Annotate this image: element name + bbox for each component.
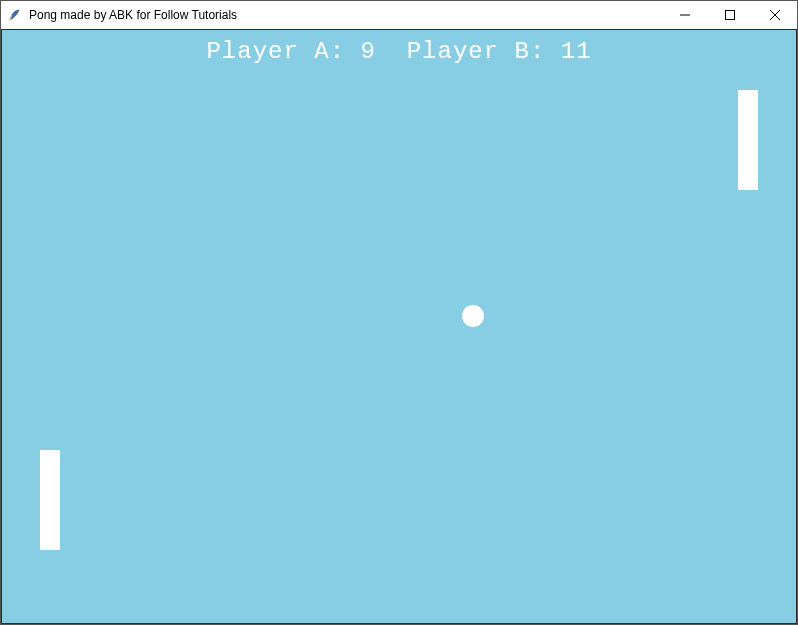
svg-rect-1 <box>725 11 734 20</box>
app-window: Pong made by ABK for Follow Tutorials Pl… <box>0 0 798 625</box>
app-icon <box>7 7 23 23</box>
paddle-player-a <box>40 450 60 550</box>
window-controls <box>662 1 797 29</box>
window-title: Pong made by ABK for Follow Tutorials <box>29 8 237 22</box>
ball <box>462 305 484 327</box>
maximize-button[interactable] <box>707 1 752 29</box>
close-button[interactable] <box>752 1 797 29</box>
titlebar[interactable]: Pong made by ABK for Follow Tutorials <box>1 1 797 29</box>
score-display: Player A: 9 Player B: 11 <box>2 38 796 65</box>
paddle-player-b <box>738 90 758 190</box>
game-canvas[interactable]: Player A: 9 Player B: 11 <box>1 29 797 624</box>
minimize-button[interactable] <box>662 1 707 29</box>
